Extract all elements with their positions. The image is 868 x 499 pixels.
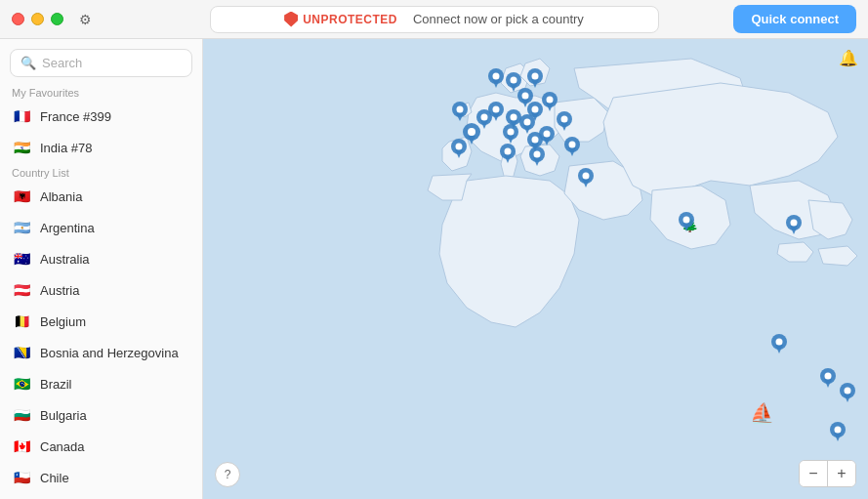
map-help-button[interactable]: ?: [215, 462, 240, 487]
svg-point-33: [505, 148, 512, 155]
svg-point-15: [493, 106, 500, 113]
svg-point-78: [532, 137, 539, 144]
world-map: 🌲 ⛵ ⛵: [203, 39, 868, 499]
sidebar: 🔍 Search My Favourites 🇫🇷France #399🇮🇳In…: [0, 39, 203, 499]
svg-point-51: [583, 173, 590, 180]
country-list-item[interactable]: 🇦🇱Albania: [0, 181, 202, 212]
country-name: Belgium: [40, 314, 86, 329]
unprotected-badge: UNPROTECTED: [284, 12, 397, 27]
country-list-item[interactable]: 🇧🇷Brazil: [0, 368, 202, 399]
notification-bell-icon[interactable]: 🔔: [839, 49, 858, 67]
country-name: Brazil: [40, 377, 72, 392]
country-name: Bulgaria: [40, 408, 87, 423]
country-name: Chile: [40, 471, 69, 485]
svg-point-60: [825, 373, 832, 380]
country-name: Australia: [40, 252, 90, 267]
country-list: 🇦🇱Albania🇦🇷Argentina🇦🇺Australia🇦🇹Austria…: [0, 181, 202, 499]
svg-text:⛵: ⛵: [750, 401, 774, 425]
map-area: 🌲 ⛵ ⛵: [203, 39, 868, 499]
svg-point-9: [457, 106, 464, 113]
svg-point-81: [481, 114, 488, 121]
flag-icon: 🇨🇦: [12, 437, 31, 456]
flag-icon: 🇫🇷: [12, 106, 31, 126]
svg-point-72: [547, 97, 554, 104]
svg-point-6: [468, 128, 475, 136]
flag-icon: 🇦🇺: [12, 249, 31, 269]
favourite-item[interactable]: 🇮🇳India #78: [0, 132, 202, 163]
svg-point-21: [511, 77, 517, 84]
filter-icon[interactable]: ⚙: [79, 12, 92, 27]
flag-icon: 🇧🇦: [12, 343, 31, 362]
country-list-label: Country List: [0, 163, 202, 181]
country-list-item[interactable]: 🇨🇱Chile: [0, 462, 202, 493]
flag-icon: 🇧🇷: [12, 374, 31, 394]
country-name: Argentina: [40, 221, 95, 235]
traffic-lights: [12, 13, 63, 25]
svg-point-63: [845, 388, 851, 395]
svg-point-57: [791, 220, 798, 227]
country-list-item[interactable]: 🇦🇷Argentina: [0, 212, 202, 243]
flag-icon: 🇦🇱: [12, 187, 31, 206]
country-list-item[interactable]: 🇧🇪Belgium: [0, 306, 202, 337]
svg-point-18: [532, 106, 539, 113]
country-name: India #78: [40, 141, 93, 155]
svg-point-42: [569, 142, 576, 148]
search-box[interactable]: 🔍 Search: [10, 49, 192, 77]
favourites-list: 🇫🇷France #399🇮🇳India #78: [0, 101, 202, 163]
country-name: Bosnia and Herzegovina: [40, 346, 179, 360]
search-icon: 🔍: [21, 56, 36, 70]
svg-point-39: [534, 151, 541, 158]
svg-point-48: [522, 93, 529, 100]
maximize-button[interactable]: [51, 13, 63, 25]
favourite-item[interactable]: 🇫🇷France #399: [0, 101, 202, 132]
svg-point-30: [456, 144, 463, 150]
svg-point-36: [544, 131, 551, 138]
svg-point-75: [524, 119, 531, 126]
flag-icon: 🇧🇪: [12, 312, 31, 331]
flag-icon: 🇦🇷: [12, 218, 31, 237]
country-name: Canada: [40, 439, 85, 454]
minimize-button[interactable]: [31, 13, 44, 25]
country-list-item[interactable]: 🇦🇹Austria: [0, 274, 202, 306]
country-list-item[interactable]: 🇧🇦Bosnia and Herzegovina: [0, 337, 202, 368]
svg-point-54: [683, 217, 690, 224]
connection-status-bar: UNPROTECTED Connect now or pick a countr…: [210, 6, 659, 33]
shield-icon: [284, 12, 298, 27]
flag-icon: 🇧🇬: [12, 405, 31, 425]
favourites-label: My Favourites: [0, 83, 202, 101]
close-button[interactable]: [12, 13, 24, 25]
country-list-item[interactable]: 🇦🇺Australia: [0, 243, 202, 274]
country-list-item[interactable]: 🇨🇦Canada: [0, 431, 202, 462]
connect-prompt: Connect now or pick a country: [413, 12, 584, 26]
flag-icon: 🇦🇹: [12, 280, 31, 300]
unprotected-label: UNPROTECTED: [303, 13, 397, 26]
svg-point-45: [561, 116, 568, 123]
title-bar: ⚙ UNPROTECTED Connect now or pick a coun…: [0, 0, 868, 39]
country-list-item[interactable]: 🇨🇷Costa Rica: [0, 493, 202, 499]
zoom-in-button[interactable]: +: [828, 461, 855, 486]
flag-icon: 🇮🇳: [12, 138, 31, 157]
svg-point-69: [776, 339, 783, 346]
svg-point-24: [493, 73, 500, 80]
quick-connect-button[interactable]: Quick connect: [733, 5, 856, 33]
flag-icon: 🇨🇱: [12, 468, 31, 487]
country-list-item[interactable]: 🇧🇬Bulgaria: [0, 399, 202, 431]
country-name: Albania: [40, 189, 82, 204]
country-name: France #399: [40, 109, 111, 124]
country-name: Austria: [40, 283, 79, 298]
svg-point-84: [532, 73, 539, 80]
svg-point-27: [508, 129, 515, 136]
main-content: 🔍 Search My Favourites 🇫🇷France #399🇮🇳In…: [0, 39, 868, 499]
svg-point-66: [835, 427, 842, 434]
svg-point-12: [511, 114, 517, 121]
zoom-controls: − +: [799, 460, 856, 487]
zoom-out-button[interactable]: −: [800, 461, 827, 486]
search-input[interactable]: Search: [42, 56, 82, 70]
